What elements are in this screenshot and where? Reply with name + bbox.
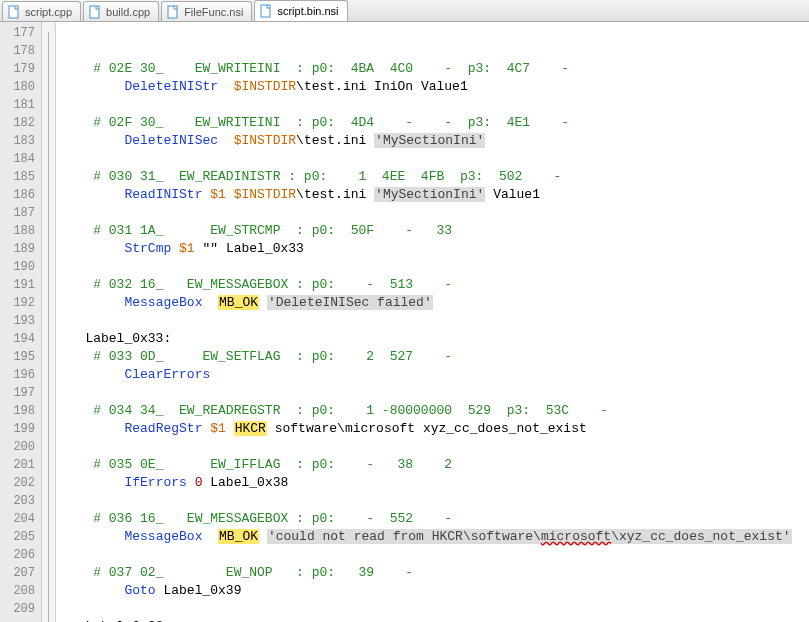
code-line: MessageBox MB_OK 'could not read from HK… [62,529,792,544]
code-line: DeleteINISec $INSTDIR\test.ini 'MySectio… [62,133,485,148]
svg-rect-0 [9,6,18,18]
code-line: DeleteINIStr $INSTDIR\test.ini IniOn Val… [62,79,468,94]
fold-guide-line [48,32,49,622]
code-line: # 033 0D_ EW_SETFLAG : p0: 2 527 - [62,349,452,364]
file-icon [259,4,273,18]
svg-rect-3 [261,5,270,17]
tab-label: FileFunc.nsi [184,6,243,18]
code-line: ReadINIStr $1 $INSTDIR\test.ini 'MySecti… [62,187,540,202]
code-line: Label_0x33: [62,331,171,346]
code-line: MessageBox MB_OK 'DeleteINISec failed' [62,295,433,310]
tab-build-cpp[interactable]: build.cpp [83,1,159,21]
code-line: # 030 31_ EW_READINISTR : p0: 1 4EE 4FB … [62,169,561,184]
tab-filefunc-nsi[interactable]: FileFunc.nsi [161,1,252,21]
code-line: Goto Label_0x39 [62,583,241,598]
tab-script-bin-nsi[interactable]: script.bin.nsi [254,0,347,21]
code-line: # 02E 30_ EW_WRITEINI : p0: 4BA 4C0 - p3… [62,61,569,76]
fold-margin[interactable] [42,22,56,622]
file-icon [7,5,21,19]
code-line: # 032 16_ EW_MESSAGEBOX : p0: - 513 - [62,277,452,292]
code-line: StrCmp $1 "" Label_0x33 [62,241,304,256]
code-line: ClearErrors [62,367,210,382]
tab-bar: script.cpp build.cpp FileFunc.nsi script… [0,0,809,22]
tab-script-cpp[interactable]: script.cpp [2,1,81,21]
code-line: # 034 34_ EW_READREGSTR : p0: 1 -8000000… [62,403,608,418]
code-line: # 02F 30_ EW_WRITEINI : p0: 4D4 - - p3: … [62,115,569,130]
svg-rect-2 [168,6,177,18]
tab-label: script.bin.nsi [277,5,338,17]
code-line: # 031 1A_ EW_STRCMP : p0: 50F - 33 [62,223,452,238]
code-line: # 036 16_ EW_MESSAGEBOX : p0: - 552 - [62,511,452,526]
code-line: ReadRegStr $1 HKCR software\microsoft xy… [62,421,587,436]
code-line: # 037 02_ EW_NOP : p0: 39 - [62,565,413,580]
file-icon [88,5,102,19]
tab-label: script.cpp [25,6,72,18]
code-content[interactable]: # 02E 30_ EW_WRITEINI : p0: 4BA 4C0 - p3… [56,22,809,622]
code-line: # 035 0E_ EW_IFFLAG : p0: - 38 2 [62,457,452,472]
file-icon [166,5,180,19]
code-line: IfErrors 0 Label_0x38 [62,475,288,490]
tab-label: build.cpp [106,6,150,18]
line-number-gutter: 177 178 179 180 181 182 183 184 185 186 … [0,22,42,622]
editor-area: 177 178 179 180 181 182 183 184 185 186 … [0,22,809,622]
svg-rect-1 [90,6,99,18]
